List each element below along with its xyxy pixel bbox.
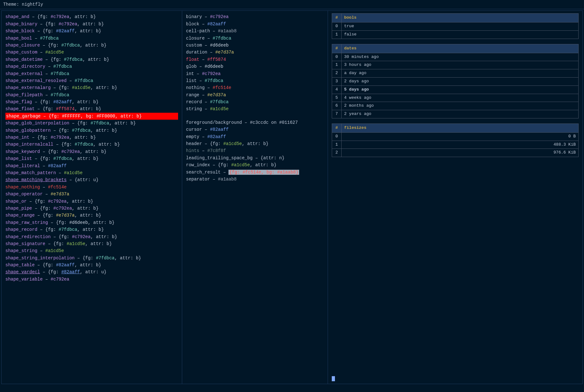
left-line-shape-nothing: shape_nothing – #fc514e [5,184,178,191]
table-row: 7 2 years ago [332,110,579,118]
left-line-shape-vardecl: shape_vardecl – {fg: #82aaff, attr: u} [5,269,178,275]
table-row: 0 true [332,22,579,31]
dates-row5-num: 5 [332,94,342,102]
left-line-shape-table: shape_table – {fg: #82aaff, attr: b} [5,262,178,269]
dates-row2-val: a day ago [342,69,579,78]
left-line-shape-filepath: shape_filepath – #7fdbca [5,92,178,98]
left-line-shape-matching-brackets: shape_matching_brackets – {attr: u} [5,176,178,183]
table-row: 2 976.6 KiB [332,149,579,157]
dates-row3-num: 3 [332,77,342,85]
mid-line-custom: custom – #d6deeb [186,42,324,49]
left-line-shape-custom: shape_custom – #a1cd5e [5,49,178,56]
table-row: 1 488.3 KiB [332,141,579,149]
left-line-shape-int: shape_int – {fg: #c792ea, attr: b} [5,134,178,141]
left-line-shape-flag: shape_flag – {fg: #82aaff, attr: b} [5,98,178,105]
left-line-shape-match-pattern: shape_match_pattern – #a1cd5e [5,169,178,176]
dates-table: # dates 0 30 minutes ago 1 3 hours ago 2… [332,44,579,118]
dates-row1-num: 1 [332,61,342,69]
left-line-shape-operator: shape_operator – #e7d37a [5,191,178,198]
left-line-shape-globpattern: shape_globpattern – {fg: #7fdbca, attr: … [5,127,178,134]
bools-col-bools: bools [342,14,579,22]
cursor-block [332,376,335,381]
left-line-shape-redirection: shape_redirection – {fg: #c792ea, attr: … [5,233,178,240]
mid-line-float: float – #ff5874 [186,56,324,63]
cursor-area [332,374,579,381]
left-line-shape-bool: shape_bool – #7fdbca [5,35,178,42]
dates-row7-val: 2 years ago [342,110,579,118]
mid-line-list: list – #7fdbca [186,77,324,84]
mid-line-block: block – #82aaff [186,21,324,28]
theme-label: Theme: nightfly [0,0,584,9]
filesizes-row1-val: 488.3 KiB [342,141,579,149]
table-row: 0 0 B [332,132,579,141]
filesizes-row2-num: 2 [332,149,342,157]
left-line-shape-variable: shape_variable – #c792ea [5,276,178,283]
table-row: 1 3 hours ago [332,61,579,69]
left-line-shape-and: shape_and – {fg: #c792ea, attr: b} [5,13,178,20]
left-line-shape-string: shape_string – #a1cd5e [5,247,178,254]
mid-column: binary – #c792ea block – #82aaff cell-pa… [182,11,328,384]
table-row: 6 2 months ago [332,102,579,110]
main-container: shape_and – {fg: #c792ea, attr: b} shape… [1,10,583,384]
table-row: 2 a day ago [332,69,579,78]
mid-line-duration: duration – #e7d37a [186,49,324,56]
mid-line-range: range – #e7d37a [186,92,324,98]
mid-line-record: record – #7fdbca [186,98,324,105]
filesizes-table: # filesizes 0 0 B 1 488.3 KiB 2 976.6 Ki… [332,123,579,157]
filesizes-col-filesizes: filesizes [342,123,579,132]
table-row: 4 5 days ago [332,85,579,94]
dates-row2-num: 2 [332,69,342,78]
left-line-shape-directory: shape_directory – #7fdbca [5,63,178,70]
left-line-shape-string-interp: shape_string_interpolation – {fg: #7fdbc… [5,255,178,262]
table-row: 0 30 minutes ago [332,53,579,61]
mid-line-string: string – #a1cd5e [186,105,324,112]
left-line-shape-block: shape_block – {fg: #82aaff, attr: b} [5,28,178,35]
bools-table: # bools 0 true 1 false [332,13,579,39]
table-row: 5 4 weeks ago [332,94,579,102]
left-line-shape-binary: shape_binary – {fg: #c792ea, attr: b} [5,21,178,28]
left-line-shape-internalcall: shape_internalcall – {fg: #7fdbca, attr:… [5,141,178,148]
table-row: 1 false [332,30,579,39]
mid-line-header: header – {fg: #a1cd5e, attr: b} [186,140,324,147]
mid-line-int: int – #c792ea [186,70,324,77]
left-line-shape-signature: shape_signature – {fg: #a1cd5e, attr: b} [5,240,178,247]
bools-col-num: # [332,14,342,22]
mid-line-row-index: row_index – {fg: #a1cd5e, attr: b} [186,161,324,168]
theme-bar: Theme: nightfly [0,0,584,9]
left-line-shape-record: shape_record – {fg: #7fdbca, attr: b} [5,226,178,233]
right-column: # bools 0 true 1 false # dates [328,11,582,384]
dates-row4-val: 5 days ago [342,85,579,94]
left-line-shape-closure: shape_closure – {fg: #7fdbca, attr: b} [5,42,178,49]
filesizes-row1-num: 1 [332,141,342,149]
filesizes-col-num: # [332,123,342,132]
left-line-shape-literal: shape_literal – #82aaff [5,162,178,169]
mid-line-fg-bg: foreground/background – #c3ccdc on #0116… [186,119,324,126]
bools-row1-val: false [342,30,579,39]
left-line-shape-datetime: shape_datetime – {fg: #7fdbca, attr: b} [5,56,178,63]
left-line-shape-external: shape_external – #7fdbca [5,70,178,77]
mid-spacer [186,113,324,119]
dates-row0-num: 0 [332,53,342,61]
mid-line-search-result: search_result – {fg: #fc514e, bg: #a1aab… [186,169,324,176]
dates-row1-val: 3 hours ago [342,61,579,69]
mid-line-cursor: cursor – #82aaff [186,126,324,133]
left-line-shape-range: shape_range – {fg: #e7d37a, attr: b} [5,212,178,219]
dates-row6-num: 6 [332,102,342,110]
dates-row0-val: 30 minutes ago [342,53,579,61]
table-row: 3 2 days ago [332,77,579,85]
dates-col-num: # [332,44,342,53]
left-line-shape-float: shape_float – {fg: #ff5874, attr: b} [5,105,178,112]
dates-row5-val: 4 weeks ago [342,94,579,102]
left-line-shape-keyword: shape_keyword – {fg: #c792ea, attr: b} [5,148,178,155]
mid-line-closure: closure – #7fdbca [186,35,324,42]
filesizes-row0-val: 0 B [342,132,579,141]
left-line-shape-raw-string: shape_raw_string – {fg: #d6deeb, attr: b… [5,219,178,226]
left-column: shape_and – {fg: #c792ea, attr: b} shape… [2,11,182,384]
dates-row6-val: 2 months ago [342,102,579,110]
mid-line-empty: empty – #82aaff [186,133,324,140]
mid-line-binary: binary – #c792ea [186,13,324,20]
left-line-shape-or: shape_or – {fg: #c792ea, attr: b} [5,198,178,205]
mid-line-separator: separator – #a1aab8 [186,176,324,183]
mid-line-cell-path: cell-path – #a1aab8 [186,28,324,35]
left-line-shape-pipe: shape_pipe – {fg: #c792ea, attr: b} [5,205,178,212]
